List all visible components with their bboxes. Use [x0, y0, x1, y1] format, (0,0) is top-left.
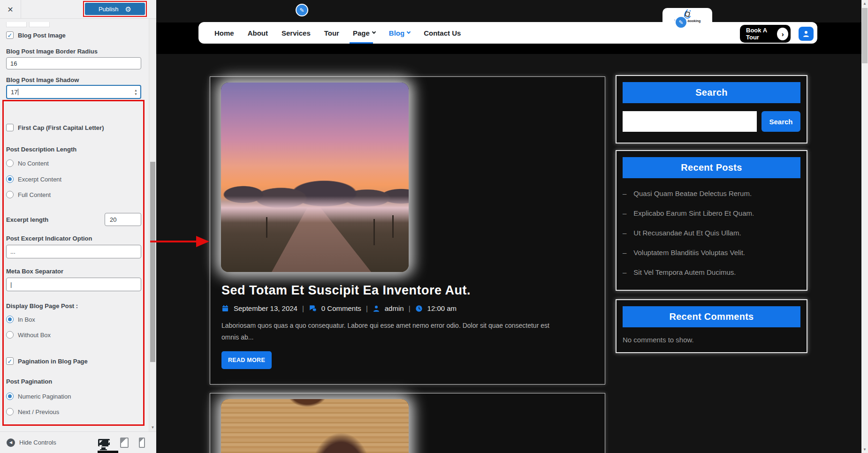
border-radius-value: 16	[10, 60, 17, 67]
checkbox-checked-icon[interactable]: ✓	[6, 31, 14, 39]
search-input[interactable]	[623, 111, 757, 132]
customizer-panel: ✕ Publish ⚙ ✓ Blog Post Image Blog Post …	[0, 0, 156, 453]
radio-selected-icon[interactable]	[6, 175, 14, 183]
recent-posts-title: Recent Posts	[623, 157, 800, 178]
clipped-input	[6, 22, 27, 27]
radio-icon[interactable]	[6, 191, 14, 198]
post-author[interactable]: admin	[385, 304, 404, 312]
edit-pencil-icon[interactable]: ✎	[675, 16, 687, 29]
radio-without-box[interactable]: Without Box	[6, 331, 141, 339]
blog-post-image-label: Blog Post Image	[18, 32, 66, 39]
recent-post-link[interactable]: –Explicabo Earum Sint Libero Et Quam.	[623, 209, 800, 217]
book-a-tour-button[interactable]: Book A Tour ›	[740, 25, 791, 43]
radio-label: In Box	[18, 316, 35, 323]
meta-separator-input[interactable]: |	[6, 278, 141, 291]
radio-label: Excerpt Content	[18, 176, 61, 183]
customizer-controls: ✓ Blog Post Image Blog Post Image Border…	[0, 19, 149, 431]
recent-post-link[interactable]: –Ut Recusandae Aut Et Quis Ullam.	[623, 229, 800, 237]
clipped-input	[29, 22, 50, 27]
search-button[interactable]: Search	[761, 111, 800, 132]
scrollbar-thumb[interactable]	[862, 8, 868, 63]
page-scrollbar[interactable]: ▲ ▼	[861, 0, 868, 453]
radio-excerpt-content[interactable]: Excerpt Content	[6, 175, 141, 183]
nav-item-page[interactable]: Page	[353, 29, 375, 37]
radio-next-previous[interactable]: Next / Previous	[6, 408, 141, 416]
radio-no-content[interactable]: No Content	[6, 159, 141, 167]
post-excerpt: Laboriosam quos quas a quo consequatur. …	[221, 320, 550, 343]
scrollbar-down-arrow[interactable]: ▼	[861, 447, 868, 452]
post-date[interactable]: September 13, 2024	[234, 304, 297, 312]
clipped-controls	[6, 22, 141, 27]
shadow-label: Blog Post Image Shadow	[6, 76, 141, 83]
nav-item-blog[interactable]: Blog	[389, 29, 410, 37]
post-comments-count[interactable]: 0 Comments	[321, 304, 361, 312]
publish-button[interactable]: Publish ⚙	[85, 3, 145, 15]
pagination-in-blog-label: Pagination in Blog Page	[18, 358, 88, 365]
radio-full-content[interactable]: Full Content	[6, 190, 141, 199]
scrollbar-down-arrow[interactable]: ▼	[149, 426, 156, 430]
scrollbar-up-arrow[interactable]: ▲	[861, 1, 868, 6]
active-device-indicator	[98, 451, 118, 453]
customizer-scrollbar[interactable]: ▼	[149, 19, 156, 431]
checkbox-unchecked-icon[interactable]	[6, 124, 14, 131]
recent-post-link[interactable]: –Voluptatem Blanditiis Voluptas Velit.	[623, 249, 800, 257]
radio-icon[interactable]	[6, 408, 14, 415]
radio-icon[interactable]	[6, 159, 14, 167]
radio-icon[interactable]	[6, 331, 14, 339]
radio-label: Numeric Pagination	[18, 393, 71, 400]
mobile-preview-icon[interactable]	[139, 438, 145, 448]
radio-numeric-pagination[interactable]: Numeric Pagination	[6, 392, 141, 400]
site-navbar: Home About Services Tour Page Blog Conta…	[198, 22, 817, 44]
publish-annotation-frame: Publish ⚙	[83, 1, 147, 17]
customizer-footer: ◀ Hide Controls	[0, 431, 156, 453]
close-customizer-button[interactable]: ✕	[0, 0, 21, 19]
meta-separator: |	[302, 304, 304, 312]
radio-selected-icon[interactable]	[6, 316, 14, 323]
text-caret	[18, 89, 18, 95]
radio-selected-icon[interactable]	[6, 393, 14, 400]
site-preview: Home About Services Tour Page Blog Conta…	[156, 0, 861, 453]
site-logo[interactable]: Travel E-booking	[662, 8, 712, 23]
nav-item-home[interactable]: Home	[214, 29, 234, 37]
blog-post-image-control[interactable]: ✓ Blog Post Image	[6, 31, 141, 39]
desktop-preview-icon[interactable]	[98, 439, 110, 446]
author-icon	[373, 305, 380, 312]
recent-posts-list: –Quasi Quam Beatae Delectus Rerum. –Expl…	[623, 189, 800, 276]
number-spinner[interactable]: ▲▼	[134, 86, 137, 98]
edit-pencil-icon[interactable]: ✎	[296, 4, 308, 16]
meta-separator: |	[366, 304, 368, 312]
post-featured-image[interactable]	[221, 399, 409, 453]
read-more-button[interactable]: READ MORE	[221, 351, 272, 369]
first-cap-label: First Cap (First Capital Letter)	[18, 124, 104, 131]
hide-controls-label[interactable]: Hide Controls	[19, 439, 56, 446]
chevron-down-icon	[372, 30, 376, 34]
recent-post-link[interactable]: –Quasi Quam Beatae Delectus Rerum.	[623, 189, 800, 197]
recent-comments-title: Recent Comments	[623, 306, 800, 327]
checkbox-checked-icon[interactable]: ✓	[6, 357, 14, 365]
shadow-input[interactable]: 17 ▲▼	[6, 85, 141, 99]
nav-item-services[interactable]: Services	[282, 29, 311, 37]
search-widget: Search Search	[616, 75, 807, 143]
first-cap-control[interactable]: First Cap (First Capital Letter)	[6, 123, 141, 132]
nav-item-tour[interactable]: Tour	[324, 29, 339, 37]
book-a-tour-label: Book A Tour	[746, 27, 777, 41]
scrollbar-thumb[interactable]	[150, 162, 155, 362]
gear-icon[interactable]: ⚙	[125, 6, 131, 13]
nav-item-contact-us[interactable]: Contact Us	[424, 29, 461, 37]
post-featured-image[interactable]	[221, 83, 409, 272]
excerpt-length-input[interactable]: 20	[105, 213, 141, 226]
user-account-button[interactable]	[799, 27, 814, 41]
tablet-preview-icon[interactable]	[120, 438, 129, 448]
radio-in-box[interactable]: In Box	[6, 315, 141, 324]
post-title[interactable]: Sed Totam Et Suscipit Ea Inventore Aut.	[221, 283, 471, 298]
border-radius-input[interactable]: 16	[6, 57, 141, 69]
nav-item-about[interactable]: About	[248, 29, 268, 37]
recent-post-link[interactable]: –Sit Vel Tempora Autem Ducimus.	[623, 268, 800, 276]
search-widget-title: Search	[623, 82, 800, 103]
clock-icon	[415, 305, 423, 312]
pagination-in-blog-control[interactable]: ✓ Pagination in Blog Page	[6, 357, 141, 365]
collapse-arrow-icon[interactable]: ◀	[7, 438, 15, 447]
post-time: 12:00 am	[427, 304, 457, 312]
excerpt-indicator-input[interactable]: ...	[6, 245, 141, 258]
radio-label: Full Content	[18, 191, 51, 198]
